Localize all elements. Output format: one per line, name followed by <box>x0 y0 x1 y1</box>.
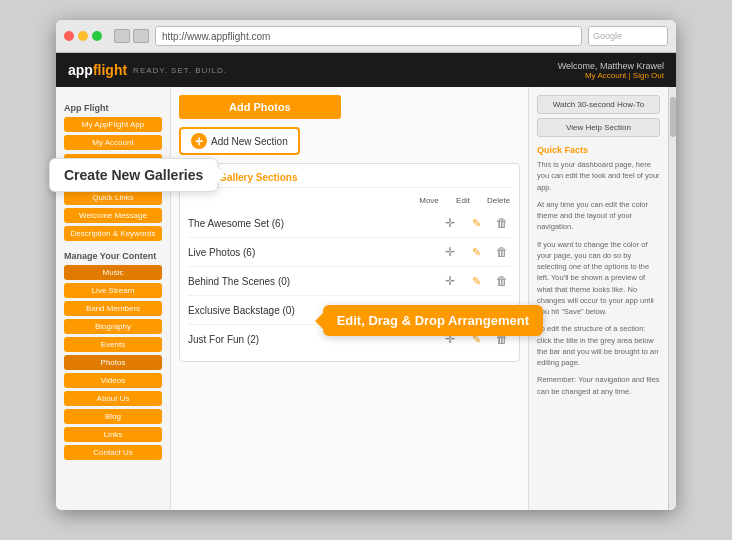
quick-facts-title: Quick Facts <box>537 145 660 155</box>
move-icon[interactable]: ✛ <box>441 214 459 232</box>
links-button[interactable]: Links <box>64 427 162 442</box>
move-icon[interactable]: ✛ <box>441 272 459 290</box>
add-new-section-button[interactable]: + Add New Section <box>179 127 300 155</box>
manage-content-title: Manage Your Content <box>64 251 162 261</box>
photos-button[interactable]: Photos <box>64 355 162 370</box>
add-section-label: Add New Section <box>211 136 288 147</box>
live-stream-button[interactable]: Live Stream <box>64 283 162 298</box>
view-help-button[interactable]: View Help Section <box>537 118 660 137</box>
quick-fact-2: At any time you can edit the color theme… <box>537 199 660 233</box>
minimize-button[interactable] <box>78 31 88 41</box>
gallery-name: Behind The Scenes (0) <box>188 276 441 287</box>
quick-fact-5: Remember: Your navigation and files can … <box>537 374 660 397</box>
plus-circle-icon: + <box>191 133 207 149</box>
app-header: appflight READY. SET. BUILD. Welcome, Ma… <box>56 53 676 87</box>
app-logo: appflight READY. SET. BUILD. <box>68 62 227 78</box>
edit-header: Edit <box>453 196 473 205</box>
gallery-actions: ✛ ✎ 🗑 <box>441 272 511 290</box>
search-box[interactable]: Google <box>588 26 668 46</box>
traffic-lights <box>64 31 102 41</box>
gallery-table-header: Move Edit Delete <box>188 196 511 205</box>
logo: appflight <box>68 62 127 78</box>
user-nav: My Account | Sign Out <box>558 71 664 80</box>
table-row: The Awesome Set (6) ✛ ✎ 🗑 <box>188 209 511 238</box>
scrollbar-thumb[interactable] <box>670 97 676 137</box>
blog-button[interactable]: Blog <box>64 409 162 424</box>
sidebar: App Flight My AppFlight App My Account E… <box>56 87 171 510</box>
my-appflight-app-button[interactable]: My AppFlight App <box>64 117 162 132</box>
browser-chrome: http://www.appflight.com Google <box>56 20 676 53</box>
watch-howto-button[interactable]: Watch 30-second How-To <box>537 95 660 114</box>
table-row: Live Photos (6) ✛ ✎ 🗑 <box>188 238 511 267</box>
edit-icon[interactable]: ✎ <box>467 243 485 261</box>
quick-links-button[interactable]: Quick Links <box>64 190 162 205</box>
quick-fact-4: To edit the structure of a section: clic… <box>537 323 660 368</box>
url-bar[interactable]: http://www.appflight.com <box>155 26 582 46</box>
edit-icon[interactable]: ✎ <box>467 272 485 290</box>
contact-us-button[interactable]: Contact Us <box>64 445 162 460</box>
events-button[interactable]: Events <box>64 337 162 352</box>
create-galleries-callout: Create New Galleries <box>49 158 218 192</box>
app-body: App Flight My AppFlight App My Account E… <box>56 87 676 510</box>
user-info: Welcome, Matthew Krawel My Account | Sig… <box>558 61 664 80</box>
my-account-link[interactable]: My Account <box>585 71 626 80</box>
music-button[interactable]: Music <box>64 265 162 280</box>
maximize-button[interactable] <box>92 31 102 41</box>
gallery-actions: ✛ ✎ 🗑 <box>441 214 511 232</box>
main-content: Add Photos + Add New Section Photo Galle… <box>171 87 528 510</box>
gallery-name: The Awesome Set (6) <box>188 218 441 229</box>
quick-fact-3: If you want to change the color of your … <box>537 239 660 318</box>
drag-drop-callout: Edit, Drag & Drop Arrangement <box>323 305 543 336</box>
welcome-text: Welcome, Matthew Krawel <box>558 61 664 71</box>
gallery-actions: ✛ ✎ 🗑 <box>441 243 511 261</box>
table-row: Behind The Scenes (0) ✛ ✎ 🗑 <box>188 267 511 296</box>
right-panel: Watch 30-second How-To View Help Section… <box>528 87 668 510</box>
quick-fact-1: This is your dashboard page, here you ca… <box>537 159 660 193</box>
my-account-button[interactable]: My Account <box>64 135 162 150</box>
app-flight-section-title: App Flight <box>64 103 162 113</box>
move-icon[interactable]: ✛ <box>441 243 459 261</box>
videos-button[interactable]: Videos <box>64 373 162 388</box>
band-members-button[interactable]: Band Members <box>64 301 162 316</box>
delete-icon[interactable]: 🗑 <box>493 243 511 261</box>
browser-icon-1 <box>114 29 130 43</box>
delete-icon[interactable]: 🗑 <box>493 272 511 290</box>
sign-out-link[interactable]: Sign Out <box>633 71 664 80</box>
edit-icon[interactable]: ✎ <box>467 214 485 232</box>
add-section-row: + Add New Section <box>179 127 520 155</box>
welcome-message-button[interactable]: Welcome Message <box>64 208 162 223</box>
add-photos-button[interactable]: Add Photos <box>179 95 341 119</box>
gallery-sections-title: Photo Gallery Sections <box>188 172 511 188</box>
close-button[interactable] <box>64 31 74 41</box>
gallery-name: Live Photos (6) <box>188 247 441 258</box>
move-header: Move <box>419 196 439 205</box>
tagline: READY. SET. BUILD. <box>133 66 227 75</box>
delete-header: Delete <box>487 196 507 205</box>
browser-icon-2 <box>133 29 149 43</box>
delete-icon[interactable]: 🗑 <box>493 214 511 232</box>
scrollbar[interactable] <box>668 87 676 510</box>
biography-button[interactable]: Biography <box>64 319 162 334</box>
description-keywords-button[interactable]: Description & Keywords <box>64 226 162 241</box>
about-us-button[interactable]: About Us <box>64 391 162 406</box>
